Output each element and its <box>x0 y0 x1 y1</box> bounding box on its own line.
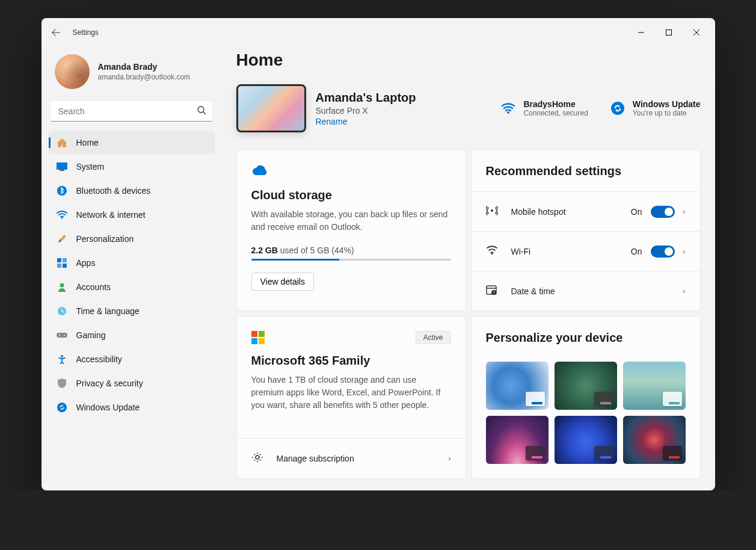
wifi-label: Wi-Fi <box>511 247 531 256</box>
svg-point-14 <box>64 335 65 336</box>
svg-rect-12 <box>57 333 67 338</box>
shield-icon <box>56 377 68 389</box>
brush-icon <box>56 233 68 245</box>
wifi-sub: Connected, secured <box>523 109 588 117</box>
nav-gaming[interactable]: Gaming <box>49 324 215 347</box>
nav-apps[interactable]: Apps <box>49 252 215 274</box>
manage-subscription-row[interactable]: Manage subscription › <box>237 438 466 478</box>
nav-label: Apps <box>76 258 96 268</box>
profile-email: amanda.brady@outlook.com <box>98 73 191 81</box>
svg-point-17 <box>507 111 509 114</box>
minimize-icon <box>638 29 644 36</box>
back-button[interactable] <box>46 23 66 42</box>
svg-point-16 <box>57 403 67 412</box>
svg-point-20 <box>491 253 493 255</box>
theme-tile[interactable] <box>555 416 617 464</box>
cloud-icon <box>251 164 451 179</box>
nav-label: Accounts <box>76 282 111 292</box>
maximize-button[interactable] <box>655 23 683 42</box>
status-badge: Active <box>416 331 451 344</box>
system-icon <box>56 161 68 173</box>
hotspot-label: Mobile hotspot <box>511 207 566 217</box>
svg-point-1 <box>198 107 204 113</box>
arrow-left-icon <box>52 28 60 37</box>
svg-point-15 <box>61 355 63 357</box>
window-title: Settings <box>73 28 99 37</box>
cloud-desc: With available storage, you can back up … <box>251 208 451 233</box>
minimize-button[interactable] <box>627 23 655 42</box>
wifi-toggle[interactable] <box>651 246 675 258</box>
svg-point-23 <box>256 456 259 459</box>
home-icon <box>56 137 68 149</box>
nav-label: Windows Update <box>76 403 140 412</box>
update-icon <box>56 401 68 413</box>
wifi-status[interactable]: BradysHome Connected, secured <box>500 99 588 117</box>
recommended-card: Recommended settings Mobile hotspot On ›… <box>471 149 701 311</box>
on-label: On <box>631 207 642 217</box>
gamepad-icon <box>56 329 68 341</box>
device-model: Surface Pro X <box>316 106 491 116</box>
nav-label: Accessibility <box>76 354 122 364</box>
svg-rect-9 <box>63 264 67 268</box>
datetime-row[interactable]: Date & time › <box>472 271 700 311</box>
nav-time[interactable]: Time & language <box>49 300 215 323</box>
cloud-usage: 2.2 GB used of 5 GB (44%) <box>251 246 451 255</box>
theme-tile[interactable] <box>486 416 549 464</box>
storage-bar-fill <box>251 259 339 261</box>
profile-block[interactable]: Amanda Brady amanda.brady@outlook.com <box>49 47 215 101</box>
nav-home[interactable]: Home <box>49 131 215 154</box>
svg-rect-2 <box>57 162 67 170</box>
nav-bluetooth[interactable]: Bluetooth & devices <box>49 179 215 202</box>
search-icon <box>197 105 206 117</box>
m365-card: Active Microsoft 365 Family You have 1 T… <box>236 316 466 479</box>
hotspot-toggle[interactable] <box>651 206 675 218</box>
close-button[interactable] <box>683 23 710 42</box>
svg-rect-8 <box>57 264 61 268</box>
svg-rect-3 <box>60 170 64 171</box>
accessibility-icon <box>56 353 68 365</box>
calendar-icon <box>486 285 499 298</box>
svg-point-19 <box>491 209 493 212</box>
page-title: Home <box>236 51 701 70</box>
device-name: Amanda's Laptop <box>316 91 491 105</box>
wifi-row[interactable]: Wi-Fi On › <box>472 231 700 271</box>
hotspot-row[interactable]: Mobile hotspot On › <box>472 191 700 231</box>
nav-label: Privacy & security <box>76 379 143 388</box>
nav-label: Gaming <box>76 330 106 340</box>
svg-point-18 <box>611 102 624 115</box>
m365-desc: You have 1 TB of cloud storage and can u… <box>251 374 451 412</box>
nav-label: Personalization <box>76 234 134 244</box>
nav-update[interactable]: Windows Update <box>49 396 215 419</box>
personalize-card: Personalize your device <box>471 316 701 479</box>
recommended-title: Recommended settings <box>486 164 686 178</box>
person-icon <box>56 281 68 293</box>
nav-privacy[interactable]: Privacy & security <box>49 372 215 395</box>
svg-rect-0 <box>666 30 671 36</box>
update-icon <box>610 100 625 116</box>
theme-tile[interactable] <box>555 362 617 410</box>
nav-system[interactable]: System <box>49 155 215 178</box>
rename-link[interactable]: Rename <box>316 117 491 126</box>
personalize-title: Personalize your device <box>486 331 686 345</box>
cloud-storage-card: Cloud storage With available storage, yo… <box>236 149 466 311</box>
nav-network[interactable]: Network & internet <box>49 203 215 226</box>
theme-tile[interactable] <box>623 362 686 410</box>
search-box <box>51 101 212 122</box>
nav-accessibility[interactable]: Accessibility <box>49 348 215 371</box>
nav: Home System Bluetooth & devices Network … <box>49 131 215 419</box>
nav-personalization[interactable]: Personalization <box>49 227 215 250</box>
svg-rect-7 <box>63 258 67 262</box>
theme-tile[interactable] <box>486 362 549 410</box>
view-details-button[interactable]: View details <box>251 273 314 291</box>
theme-tile[interactable] <box>623 416 686 464</box>
nav-accounts[interactable]: Accounts <box>49 276 215 298</box>
wifi-icon <box>486 246 499 258</box>
manage-label: Manage subscription <box>277 454 354 463</box>
nav-label: System <box>76 162 105 171</box>
microsoft-logo-icon <box>251 331 265 344</box>
bluetooth-icon <box>56 185 68 197</box>
avatar <box>55 54 90 89</box>
update-status[interactable]: Windows Update You're up to date <box>610 99 701 117</box>
search-input[interactable] <box>51 101 212 122</box>
datetime-label: Date & time <box>511 286 555 296</box>
